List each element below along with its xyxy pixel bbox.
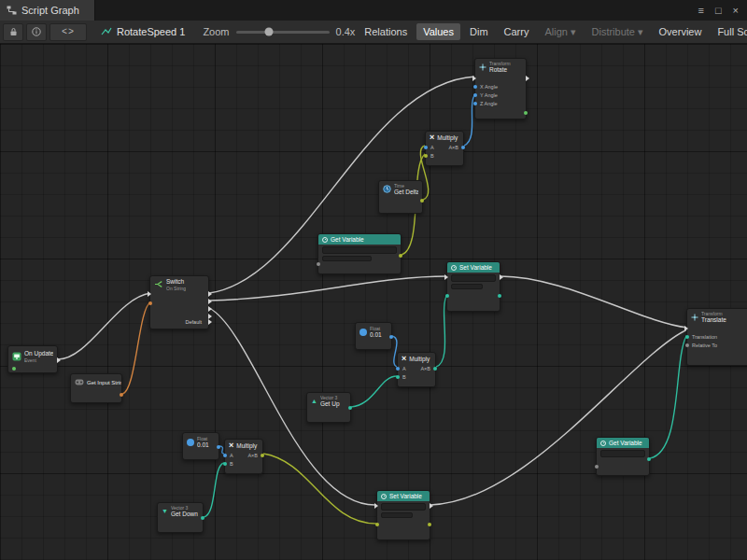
zoom-slider-thumb[interactable]: [264, 28, 273, 36]
output-port[interactable]: [524, 111, 528, 115]
info-button[interactable]: [26, 23, 47, 41]
output-port[interactable]: [389, 335, 393, 339]
node-get-input-string[interactable]: Get Input Strin: [70, 373, 122, 403]
fullscreen-button[interactable]: Full Screen: [711, 23, 747, 40]
node-multiply-top[interactable]: ×Multiply AA×B B: [425, 131, 464, 166]
flow-in-port[interactable]: [444, 274, 448, 280]
variable-kind-field[interactable]: [451, 274, 496, 282]
relations-button[interactable]: Relations: [358, 23, 414, 40]
flow-in-port[interactable]: [472, 76, 476, 81]
variable-kind-field[interactable]: [600, 450, 645, 457]
node-get-delta-time[interactable]: TimeGet Delta Time: [378, 180, 423, 214]
variable-kind-field[interactable]: [322, 246, 397, 254]
overview-button[interactable]: Overview: [653, 23, 709, 40]
node-float-literal-mid[interactable]: Float0.01: [355, 322, 392, 350]
node-transform-rotate[interactable]: TransformRotate X Angle Y Angle Z Angle: [474, 58, 527, 119]
relative-to-port[interactable]: [685, 343, 689, 347]
input-a-port[interactable]: [223, 454, 227, 457]
wire-getdown-to-multiply-bottom[interactable]: [204, 463, 224, 517]
value-in-port[interactable]: [375, 523, 379, 526]
z-angle-port[interactable]: [473, 102, 477, 105]
value-out-port[interactable]: [498, 294, 501, 298]
selector-port[interactable]: [148, 301, 152, 305]
case-out-port[interactable]: [208, 291, 212, 297]
multiply-icon: ×: [430, 133, 434, 142]
dim-button[interactable]: Dim: [463, 23, 495, 40]
wire-onupdate-to-switch[interactable]: [58, 293, 150, 359]
x-angle-port[interactable]: [473, 85, 477, 89]
lock-button[interactable]: [3, 23, 23, 41]
value-out-port[interactable]: [647, 457, 651, 461]
node-transform-translate[interactable]: TransformTranslate Translation Relative …: [686, 308, 747, 366]
node-vector3-get-down[interactable]: ▼ Vector 3Get Down: [157, 502, 204, 533]
node-multiply-mid[interactable]: ×Multiply AA×B B: [397, 352, 436, 387]
flow-out-port[interactable]: [430, 503, 433, 509]
node-header: ×Multiply: [398, 353, 435, 364]
carry-button[interactable]: Carry: [498, 23, 536, 40]
align-button[interactable]: Align ▾: [538, 23, 582, 41]
variable-name-field[interactable]: [451, 284, 483, 289]
wire-switch-to-setvariable-bottom[interactable]: [209, 308, 377, 505]
case-out-port[interactable]: [208, 299, 212, 304]
result-port[interactable]: [461, 146, 465, 149]
wire-setvariable-mid-to-translate[interactable]: [500, 276, 687, 328]
distribute-button[interactable]: Distribute ▾: [585, 23, 650, 41]
wire-getup-to-multiply-mid[interactable]: [351, 376, 397, 407]
wire-multiply-bottom-to-setvariable-bottom[interactable]: [263, 454, 376, 524]
variable-name-field[interactable]: [381, 512, 413, 518]
output-port[interactable]: [348, 406, 352, 410]
node-get-variable-right[interactable]: Get Variable: [596, 437, 650, 476]
y-angle-port[interactable]: [473, 93, 477, 97]
close-icon[interactable]: ×: [733, 5, 739, 16]
input-b-port[interactable]: [424, 154, 428, 158]
output-port[interactable]: [217, 445, 220, 449]
input-b-port[interactable]: [396, 375, 400, 379]
object-port[interactable]: [317, 262, 320, 266]
value-out-port[interactable]: [428, 523, 431, 526]
translation-port[interactable]: [685, 335, 689, 339]
output-port[interactable]: [201, 516, 204, 520]
flow-in-port[interactable]: [684, 326, 688, 331]
input-a-port[interactable]: [396, 367, 400, 371]
wire-switch-to-setvariable-mid[interactable]: [209, 276, 447, 301]
node-on-update[interactable]: On UpdateEvent: [7, 345, 58, 373]
flow-in-port[interactable]: [148, 291, 151, 297]
wire-getinput-to-switch[interactable]: [122, 302, 150, 394]
node-multiply-bottom[interactable]: ×Multiply AA×B B: [224, 439, 263, 474]
wire-getvariable-right-to-translate[interactable]: [650, 336, 686, 458]
flow-in-port[interactable]: [374, 503, 378, 509]
case-out-port[interactable]: [208, 306, 212, 312]
menu-icon[interactable]: ≡: [698, 5, 703, 16]
node-title: Rotate: [489, 66, 511, 74]
code-view-button[interactable]: <>: [49, 23, 87, 41]
output-port[interactable]: [420, 199, 424, 203]
node-float-literal-bottom[interactable]: Float0.01: [182, 432, 219, 460]
node-set-variable-mid[interactable]: Set Variable: [446, 261, 500, 312]
flow-out-port[interactable]: [500, 274, 503, 280]
flow-out-port[interactable]: [526, 76, 529, 81]
graph-canvas[interactable]: TransformRotate X Angle Y Angle Z Angle …: [0, 44, 747, 560]
port-label: X Angle: [480, 84, 498, 90]
default-out-port[interactable]: [208, 319, 212, 325]
output-port[interactable]: [120, 393, 123, 397]
variable-name-field[interactable]: [322, 256, 372, 261]
node-set-variable-bottom[interactable]: Set Variable: [376, 490, 430, 540]
maximize-icon[interactable]: □: [715, 5, 722, 16]
input-a-port[interactable]: [424, 146, 428, 149]
values-button[interactable]: Values: [416, 23, 460, 40]
input-b-port[interactable]: [223, 462, 227, 466]
vector3-down-icon: ▼: [162, 508, 168, 514]
result-port[interactable]: [261, 454, 264, 457]
variable-kind-field[interactable]: [381, 503, 426, 511]
tab-script-graph[interactable]: Script Graph: [0, 0, 95, 21]
result-port[interactable]: [433, 367, 437, 371]
zoom-slider[interactable]: [236, 31, 330, 34]
value-in-port[interactable]: [445, 294, 449, 298]
node-vector3-get-up[interactable]: ▲ Vector 3Get Up: [306, 392, 351, 423]
flow-out-port[interactable]: [57, 357, 61, 363]
node-switch-on-string[interactable]: SwitchOn String Default: [149, 275, 209, 329]
node-get-variable-top[interactable]: Get Variable: [317, 233, 402, 274]
value-out-port[interactable]: [399, 254, 402, 258]
object-port[interactable]: [595, 465, 599, 469]
wire-setvariable-bottom-to-translate[interactable]: [430, 329, 687, 505]
